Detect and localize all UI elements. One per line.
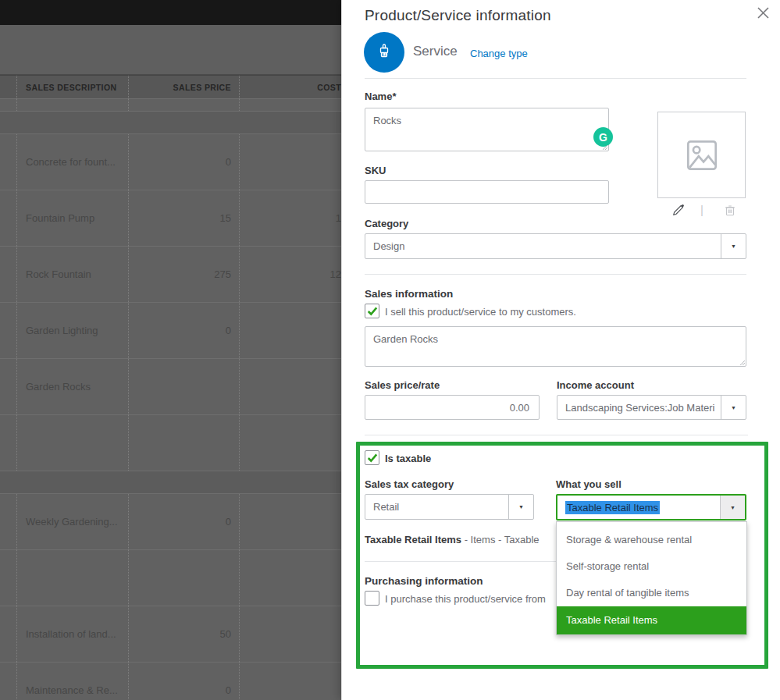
dimmed-background: SALES DESCRIPTION SALES PRICE COST Concr… [0, 0, 341, 700]
sales-description-cell: Weekly Gardening... [17, 494, 129, 549]
screen: SALES DESCRIPTION SALES PRICE COST Concr… [0, 0, 780, 700]
sales-information-heading: Sales information [365, 288, 453, 300]
income-account-select[interactable]: Landscaping Services:Job Materi ▼ [557, 395, 746, 420]
header-sales-description: SALES DESCRIPTION [17, 76, 129, 98]
what-you-sell-label: What you sell [556, 478, 622, 490]
category-select[interactable]: Design ▼ [365, 233, 746, 259]
table-row [0, 99, 347, 112]
trash-icon [723, 203, 737, 217]
is-taxable-label: Is taxable [385, 453, 431, 464]
sales-price-cell [129, 415, 240, 471]
sku-input[interactable] [365, 180, 609, 204]
cost-cell: 12 [240, 247, 347, 302]
pencil-icon [671, 203, 686, 217]
sales-description-cell [17, 415, 129, 471]
table-header-row: SALES DESCRIPTION SALES PRICE COST [0, 75, 347, 99]
table-row: Garden Lighting0 [0, 303, 347, 359]
row-select-cell [0, 99, 17, 111]
dropdown-option[interactable]: Day rental of tangible items [557, 580, 746, 606]
chevron-down-icon[interactable]: ▼ [508, 495, 533, 519]
sales-price-cell: 50 [129, 606, 240, 662]
resize-handle-icon[interactable] [602, 144, 608, 151]
sales-price-cell: 0 [129, 494, 240, 549]
products-table: SALES DESCRIPTION SALES PRICE COST Concr… [0, 75, 347, 700]
row-select-cell [0, 303, 17, 358]
what-you-sell-dropdown: Storage & warehouse rentalSelf-storage r… [556, 521, 747, 635]
purchase-checkbox-label: I purchase this product/service from [385, 593, 546, 605]
cost-cell [240, 99, 347, 111]
cost-cell [240, 359, 347, 414]
item-type-badge [364, 32, 404, 73]
section-divider [365, 274, 746, 275]
cost-cell [240, 663, 347, 700]
what-you-sell-select[interactable]: Taxable Retail Items ▼ [556, 494, 746, 521]
checkmark-icon [367, 453, 378, 464]
header-divider [365, 78, 746, 79]
row-select-cell [0, 494, 17, 549]
sales-price-input[interactable] [365, 395, 540, 420]
category-value: Design [365, 234, 721, 258]
tax-selection-summary: Taxable Retail Items - Items - Taxable [365, 534, 540, 545]
delete-image-button[interactable] [721, 201, 739, 219]
dropdown-option[interactable]: Storage & warehouse rental [557, 527, 746, 553]
income-account-value: Landscaping Services:Job Materi [557, 396, 721, 419]
table-band-row [0, 471, 347, 494]
header-cost: COST [240, 76, 347, 98]
sales-description-input[interactable]: Garden Rocks [365, 326, 746, 367]
close-button[interactable] [753, 3, 772, 22]
change-type-link[interactable]: Change type [470, 48, 528, 59]
table-row: Installation of land...50 [0, 606, 347, 663]
chevron-down-icon[interactable]: ▼ [720, 496, 745, 519]
product-image-placeholder[interactable] [657, 112, 746, 198]
sell-checkbox[interactable] [365, 304, 379, 318]
table-row: Concrete for fount...0 [0, 134, 347, 190]
sales-price-cell: 0 [129, 303, 240, 358]
row-select-cell [0, 359, 17, 414]
purchasing-information-heading: Purchasing information [365, 575, 483, 587]
sales-description-cell: Rock Fountain [17, 247, 129, 302]
modal-title: Product/Service information [365, 7, 551, 24]
chevron-down-icon[interactable]: ▼ [721, 396, 746, 419]
sales-price-cell: 15 [129, 190, 240, 246]
cost-cell [240, 303, 347, 358]
table-band-row [0, 112, 347, 134]
purchase-checkbox[interactable] [365, 591, 379, 606]
cost-cell [240, 550, 347, 606]
top-black-bar [0, 0, 341, 25]
sales-price-cell [129, 550, 240, 606]
row-select-cell [0, 606, 17, 662]
chevron-down-icon[interactable]: ▼ [721, 234, 746, 258]
tax-summary-rest: - Items - Taxable [461, 534, 539, 545]
sales-description-cell: Fountain Pump [17, 190, 129, 246]
sales-tax-category-value: Retail [365, 495, 508, 519]
sales-description-cell [17, 99, 129, 111]
sales-price-cell: 0 [129, 663, 240, 700]
sales-price-cell: 0 [129, 134, 240, 190]
resize-handle-icon[interactable] [739, 360, 746, 366]
sell-checkbox-label: I sell this product/service to my custom… [385, 306, 576, 318]
sales-price-label: Sales price/rate [365, 379, 440, 391]
dropdown-option[interactable]: Taxable Retail Items [557, 606, 746, 634]
table-row [0, 550, 347, 606]
sales-tax-category-label: Sales tax category [365, 478, 454, 490]
dimmed-toolbar-area [0, 25, 341, 75]
dropdown-option[interactable]: Self-storage rental [557, 553, 746, 580]
sales-price-cell [129, 359, 240, 414]
category-label: Category [365, 218, 408, 229]
sales-tax-category-select[interactable]: Retail ▼ [365, 494, 534, 520]
cost-cell: 1 [240, 190, 347, 246]
table-row [0, 415, 347, 471]
cost-cell [240, 415, 347, 471]
header-select-cell [0, 76, 17, 98]
name-input[interactable]: Rocks [365, 108, 609, 151]
sales-description-cell: Installation of land... [17, 606, 129, 662]
row-select-cell [0, 415, 17, 471]
edit-image-button[interactable] [670, 201, 687, 219]
product-service-modal: Product/Service information Service Chan… [341, 0, 780, 700]
cost-cell [240, 494, 347, 549]
row-select-cell [0, 134, 17, 190]
close-icon [757, 6, 770, 20]
row-select-cell [0, 190, 17, 246]
table-row: Weekly Gardening...0 [0, 494, 347, 550]
is-taxable-checkbox[interactable] [365, 450, 379, 465]
